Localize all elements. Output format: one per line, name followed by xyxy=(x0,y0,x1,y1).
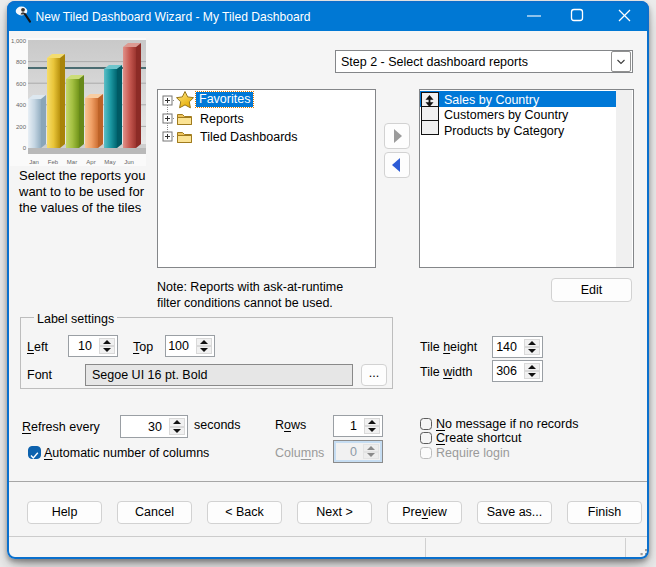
svg-text:May: May xyxy=(104,159,115,165)
svg-text:Mar: Mar xyxy=(67,159,77,165)
svg-text:200: 200 xyxy=(16,124,27,130)
svg-text:Apr: Apr xyxy=(86,159,95,165)
svg-text:800: 800 xyxy=(16,59,27,65)
svg-text:Jan: Jan xyxy=(29,159,39,165)
svg-text:400: 400 xyxy=(16,102,27,108)
svg-text:Jun: Jun xyxy=(124,159,134,165)
svg-text:600: 600 xyxy=(16,81,27,87)
svg-text:Feb: Feb xyxy=(48,159,59,165)
svg-text:1,000: 1,000 xyxy=(11,38,27,44)
